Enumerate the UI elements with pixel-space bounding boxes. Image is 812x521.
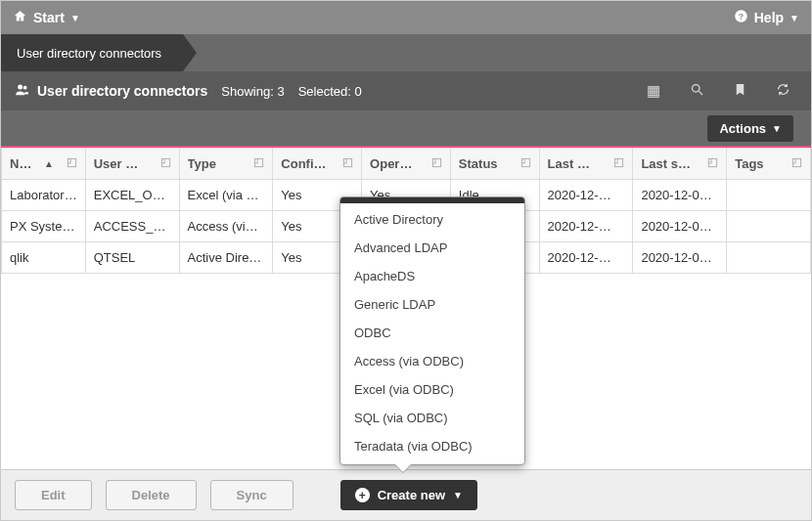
table-cell: 2020-12-…: [539, 180, 633, 211]
menu-item[interactable]: Generic LDAP: [340, 290, 524, 319]
home-icon: [13, 9, 27, 26]
svg-line-5: [699, 91, 702, 95]
svg-point-4: [692, 85, 699, 93]
column-header[interactable]: Tags: [727, 149, 811, 180]
sync-button[interactable]: Sync: [210, 480, 293, 510]
showing-info: Showing: 3: [221, 84, 284, 99]
help-label: Help: [754, 10, 784, 25]
plus-icon: +: [355, 488, 370, 502]
help-nav[interactable]: ? Help ▼: [734, 9, 799, 26]
table-cell: 2020-12-0…: [633, 211, 727, 242]
table-cell: EXCEL_OD…: [85, 180, 179, 211]
svg-point-2: [18, 85, 23, 90]
filter-icon[interactable]: [253, 157, 264, 170]
column-label: Tags: [735, 156, 763, 171]
svg-point-3: [23, 86, 27, 90]
create-new-label: Create new: [378, 488, 445, 502]
start-label: Start: [33, 10, 65, 25]
table-cell: [727, 180, 811, 211]
page-title-text: User directory connectors: [37, 83, 207, 99]
menu-item[interactable]: Teradata (via ODBC): [340, 432, 524, 460]
column-label: Last …: [548, 156, 590, 171]
delete-button[interactable]: Delete: [106, 480, 197, 510]
table-cell: [727, 242, 811, 274]
chevron-down-icon: ▼: [70, 13, 80, 23]
table-cell: Active Dire…: [179, 242, 273, 274]
actions-button[interactable]: Actions ▼: [707, 115, 793, 142]
filter-icon[interactable]: [791, 157, 802, 170]
column-header[interactable]: Last …: [539, 149, 633, 180]
breadcrumb[interactable]: User directory connectors: [1, 34, 183, 71]
menu-item[interactable]: Access (via ODBC): [340, 347, 524, 375]
table-cell: PX Syste…: [2, 211, 86, 242]
chevron-down-icon: ▼: [453, 490, 463, 500]
search-icon[interactable]: [682, 82, 711, 100]
bookmark-icon[interactable]: [725, 82, 754, 100]
filter-icon[interactable]: [707, 157, 718, 170]
filter-icon[interactable]: [520, 157, 531, 170]
create-new-button[interactable]: + Create new ▼: [340, 480, 477, 510]
table-cell: Excel (via …: [179, 180, 273, 211]
menu-item[interactable]: ODBC: [340, 319, 524, 347]
actions-label: Actions: [719, 121, 766, 136]
chevron-down-icon: ▼: [789, 13, 799, 23]
table-cell: [727, 211, 811, 242]
menu-item[interactable]: Excel (via ODBC): [340, 375, 524, 404]
table-cell: 2020-12-0…: [633, 242, 727, 274]
column-header[interactable]: Oper…: [362, 149, 451, 180]
column-label: Oper…: [370, 156, 412, 171]
column-header[interactable]: Status: [450, 149, 539, 180]
column-selector-icon[interactable]: ▦: [639, 82, 668, 100]
help-icon: ?: [734, 9, 748, 26]
breadcrumb-label: User directory connectors: [17, 46, 161, 61]
users-icon: [15, 82, 29, 100]
menu-item[interactable]: Active Directory: [340, 205, 524, 234]
sort-asc-icon: ▲: [44, 158, 54, 169]
column-header[interactable]: Last s…: [633, 149, 727, 180]
table-cell: qlik: [2, 242, 86, 274]
table-cell: 2020-12-0…: [633, 180, 727, 211]
filter-icon[interactable]: [613, 157, 624, 170]
column-label: Type: [188, 156, 216, 171]
column-header[interactable]: Confi…: [273, 149, 362, 180]
table-cell: QTSEL: [85, 242, 179, 274]
filter-icon[interactable]: [160, 157, 171, 170]
table-cell: Access (vi…: [179, 211, 273, 242]
table-cell: 2020-12-…: [539, 242, 633, 274]
refresh-icon[interactable]: [768, 82, 797, 100]
table-cell: Laborator…: [2, 180, 86, 211]
column-label: Confi…: [281, 156, 326, 171]
filter-icon[interactable]: [431, 157, 442, 170]
column-label: N…: [10, 156, 31, 171]
menu-item[interactable]: ApacheDS: [340, 262, 524, 290]
menu-item[interactable]: Advanced LDAP: [340, 234, 524, 262]
column-label: Last s…: [641, 156, 691, 171]
menu-item[interactable]: SQL (via ODBC): [340, 404, 524, 432]
table-cell: 2020-12-…: [539, 211, 633, 242]
selected-info: Selected: 0: [298, 84, 362, 99]
column-header[interactable]: User …: [85, 149, 179, 180]
column-label: User …: [94, 156, 139, 171]
edit-button[interactable]: Edit: [15, 480, 92, 510]
page-title: User directory connectors: [15, 82, 207, 100]
create-new-menu: Active DirectoryAdvanced LDAPApacheDSGen…: [339, 196, 525, 465]
svg-text:?: ?: [739, 12, 744, 22]
chevron-down-icon: ▼: [772, 123, 782, 134]
column-header[interactable]: Type: [179, 149, 273, 180]
column-label: Status: [459, 156, 498, 171]
table-cell: ACCESS_O…: [85, 211, 179, 242]
filter-icon[interactable]: [67, 157, 77, 170]
column-header[interactable]: N…▲: [2, 149, 86, 180]
filter-icon[interactable]: [342, 157, 353, 170]
start-nav[interactable]: Start ▼: [13, 9, 80, 26]
